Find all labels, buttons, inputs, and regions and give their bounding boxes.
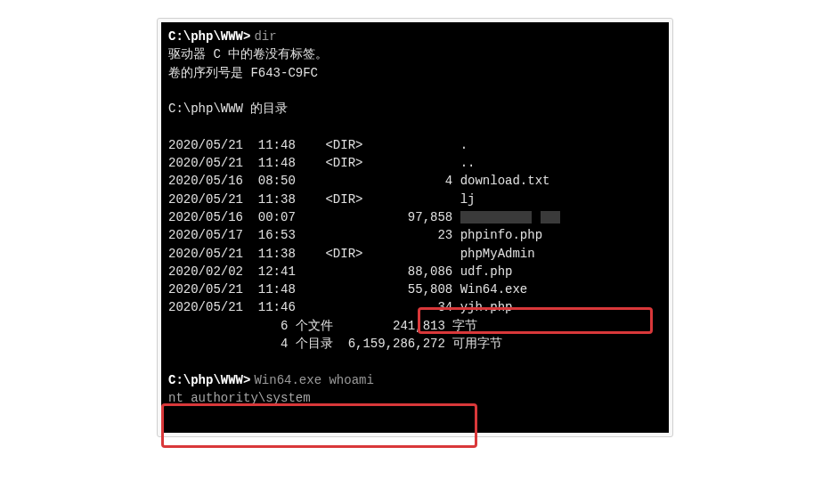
prompt-line-2: C:\php\WWW> Win64.exe whoami	[168, 371, 662, 389]
volume-serial-line: 卷的序列号是 F643-C9FC	[168, 64, 662, 82]
blank-line	[168, 118, 662, 135]
dir-entry: 2020/05/21 11:48 <DIR> ..	[168, 154, 662, 172]
dir-entry: 2020/05/21 11:48 <DIR> .	[168, 136, 662, 154]
blank-line	[168, 353, 662, 370]
entry-name: download.txt	[460, 174, 550, 188]
redacted-block	[460, 211, 532, 224]
dir-entry: 2020/05/21 11:38 <DIR> phpMyAdmin	[168, 245, 662, 263]
entry-name: phpinfo.php	[460, 228, 542, 242]
dir-entry: 2020/05/21 11:46 34 yjh.php	[168, 298, 662, 316]
whoami-result: nt authority\system	[168, 389, 662, 407]
dir-entry: 2020/05/16 00:07 97,858	[168, 208, 662, 226]
command-2: Win64.exe whoami	[254, 371, 373, 389]
entry-name: yjh.php	[460, 300, 513, 314]
prompt-path-1: C:\php\WWW>	[168, 28, 250, 45]
blank-line	[168, 407, 662, 425]
entry-name: lj	[460, 192, 476, 207]
entry-name: Win64.exe	[460, 282, 528, 297]
redacted-block	[541, 211, 560, 224]
entry-name: udf.php	[460, 264, 513, 279]
dir-entry: 2020/05/17 16:53 23 phpinfo.php	[168, 226, 662, 244]
entry-name: phpMyAdmin	[460, 247, 535, 261]
dir-entry: 2020/05/21 11:48 55,808 Win64.exe	[168, 280, 662, 298]
terminal-window[interactable]: C:\php\WWW> dir 驱动器 C 中的卷没有标签。 卷的序列号是 F6…	[161, 22, 669, 433]
terminal-wrapper: C:\php\WWW> dir 驱动器 C 中的卷没有标签。 卷的序列号是 F6…	[157, 18, 673, 437]
dir-entry: 2020/02/02 12:41 88,086 udf.php	[168, 263, 662, 280]
prompt-path-2: C:\php\WWW>	[168, 371, 250, 389]
summary-dirs: 4 个目录 6,159,286,272 可用字节	[168, 335, 662, 353]
dir-listing: 2020/05/21 11:48 <DIR> .2020/05/21 11:48…	[168, 136, 662, 317]
prompt-line-1: C:\php\WWW> dir	[168, 28, 662, 45]
command-1: dir	[254, 28, 276, 45]
entry-name: .	[460, 138, 468, 152]
blank-line	[168, 82, 662, 100]
entry-name: ..	[460, 156, 476, 170]
dir-entry: 2020/05/21 11:38 <DIR> lj	[168, 191, 662, 208]
volume-label-line: 驱动器 C 中的卷没有标签。	[168, 45, 662, 63]
directory-of-line: C:\php\WWW 的目录	[168, 100, 662, 118]
summary-files: 6 个文件 241,813 字节	[168, 317, 662, 335]
dir-entry: 2020/05/16 08:50 4 download.txt	[168, 172, 662, 190]
